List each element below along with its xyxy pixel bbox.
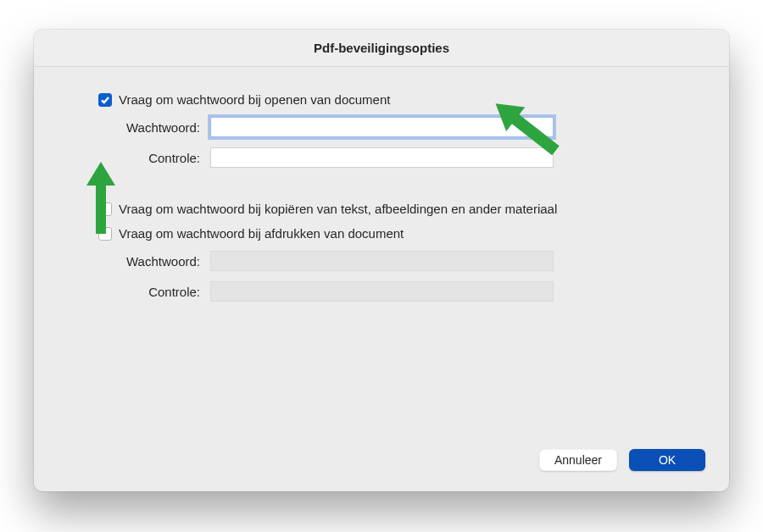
open-password-section: Vraag om wachtwoord bij openen van docum… [64, 92, 699, 168]
open-verify-row: Controle: [64, 147, 699, 168]
require-copy-password-checkbox[interactable] [98, 202, 112, 216]
dialog-content: Vraag om wachtwoord bij openen van docum… [34, 67, 729, 352]
perm-password-label: Wachtwoord: [98, 254, 210, 269]
perm-password-input [210, 251, 554, 271]
titlebar: Pdf-beveiligingsopties [34, 30, 729, 67]
require-open-password-row: Vraag om wachtwoord bij openen van docum… [64, 92, 699, 107]
ok-button[interactable]: OK [629, 449, 705, 471]
require-open-password-label: Vraag om wachtwoord bij openen van docum… [119, 92, 390, 107]
permissions-password-section: Vraag om wachtwoord bij kopiëren van tek… [64, 202, 699, 302]
perm-password-row: Wachtwoord: [64, 251, 699, 271]
require-copy-password-label: Vraag om wachtwoord bij kopiëren van tek… [119, 202, 557, 216]
require-open-password-checkbox[interactable] [98, 93, 112, 107]
perm-verify-label: Controle: [98, 285, 210, 299]
require-print-password-checkbox[interactable] [98, 227, 112, 241]
perm-verify-row: Controle: [64, 281, 699, 302]
window-title: Pdf-beveiligingsopties [314, 41, 449, 55]
dialog-window: Pdf-beveiligingsopties Vraag om wachtwoo… [34, 30, 729, 491]
dialog-footer: Annuleer OK [539, 449, 705, 471]
require-copy-password-row: Vraag om wachtwoord bij kopiëren van tek… [64, 202, 699, 216]
open-verify-label: Controle: [98, 151, 210, 165]
require-print-password-label: Vraag om wachtwoord bij afdrukken van do… [119, 226, 404, 241]
perm-verify-input [210, 281, 554, 302]
cancel-button[interactable]: Annuleer [539, 449, 617, 471]
checkmark-icon [100, 95, 110, 105]
open-password-input[interactable] [210, 117, 554, 137]
require-print-password-row: Vraag om wachtwoord bij afdrukken van do… [64, 226, 699, 241]
open-verify-input[interactable] [210, 147, 554, 168]
open-password-row: Wachtwoord: [64, 117, 699, 137]
open-password-label: Wachtwoord: [98, 120, 210, 135]
